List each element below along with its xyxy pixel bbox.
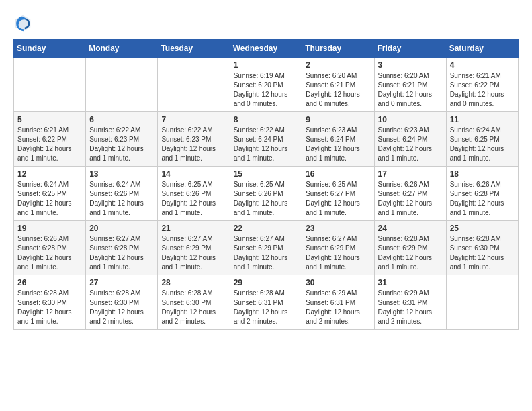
calendar-cell: 7Sunrise: 6:22 AM Sunset: 6:23 PM Daylig… [158,112,230,167]
day-info: Sunrise: 6:28 AM Sunset: 6:31 PM Dayligh… [234,289,299,326]
day-number: 25 [450,224,515,233]
day-info: Sunrise: 6:22 AM Sunset: 6:24 PM Dayligh… [234,126,299,163]
day-info: Sunrise: 6:28 AM Sunset: 6:30 PM Dayligh… [161,289,226,326]
day-number: 26 [17,278,82,287]
weekday-header: Thursday [302,40,374,58]
day-info: Sunrise: 6:26 AM Sunset: 6:28 PM Dayligh… [450,180,515,218]
calendar-cell: 4Sunrise: 6:21 AM Sunset: 6:22 PM Daylig… [446,58,518,112]
calendar-cell: 2Sunrise: 6:20 AM Sunset: 6:21 PM Daylig… [302,58,374,112]
calendar-week-row: 12Sunrise: 6:24 AM Sunset: 6:25 PM Dayli… [14,167,519,221]
day-info: Sunrise: 6:24 AM Sunset: 6:26 PM Dayligh… [89,180,154,218]
calendar-cell: 27Sunrise: 6:28 AM Sunset: 6:30 PM Dayli… [86,275,158,330]
day-number: 29 [234,278,299,287]
calendar-cell [86,58,158,112]
calendar-cell: 12Sunrise: 6:24 AM Sunset: 6:25 PM Dayli… [14,167,86,221]
day-info: Sunrise: 6:29 AM Sunset: 6:31 PM Dayligh… [378,289,443,326]
day-info: Sunrise: 6:24 AM Sunset: 6:25 PM Dayligh… [450,126,515,163]
day-info: Sunrise: 6:23 AM Sunset: 6:24 PM Dayligh… [306,126,370,163]
calendar-cell: 28Sunrise: 6:28 AM Sunset: 6:30 PM Dayli… [158,275,230,330]
weekday-header: Wednesday [230,40,302,58]
day-info: Sunrise: 6:21 AM Sunset: 6:22 PM Dayligh… [17,126,82,163]
logo-icon [13,13,32,32]
day-info: Sunrise: 6:28 AM Sunset: 6:29 PM Dayligh… [378,234,443,272]
day-info: Sunrise: 6:24 AM Sunset: 6:25 PM Dayligh… [17,180,82,218]
logo [13,13,35,32]
day-info: Sunrise: 6:22 AM Sunset: 6:23 PM Dayligh… [89,126,154,163]
day-number: 14 [161,169,226,179]
day-info: Sunrise: 6:22 AM Sunset: 6:23 PM Dayligh… [161,126,226,163]
day-info: Sunrise: 6:20 AM Sunset: 6:21 PM Dayligh… [306,71,370,109]
calendar-week-row: 26Sunrise: 6:28 AM Sunset: 6:30 PM Dayli… [14,275,519,330]
calendar-cell: 24Sunrise: 6:28 AM Sunset: 6:29 PM Dayli… [374,221,446,275]
day-info: Sunrise: 6:27 AM Sunset: 6:29 PM Dayligh… [306,234,370,272]
calendar-week-row: 1Sunrise: 6:19 AM Sunset: 6:20 PM Daylig… [14,58,519,112]
page-header [13,13,519,32]
day-number: 15 [234,169,299,179]
day-info: Sunrise: 6:23 AM Sunset: 6:24 PM Dayligh… [378,126,443,163]
calendar-week-row: 5Sunrise: 6:21 AM Sunset: 6:22 PM Daylig… [14,112,519,167]
day-info: Sunrise: 6:28 AM Sunset: 6:30 PM Dayligh… [17,289,82,326]
day-number: 12 [17,169,82,179]
day-number: 31 [378,278,443,287]
calendar-cell: 15Sunrise: 6:25 AM Sunset: 6:26 PM Dayli… [230,167,302,221]
calendar-cell: 21Sunrise: 6:27 AM Sunset: 6:29 PM Dayli… [158,221,230,275]
weekday-header: Friday [374,40,446,58]
day-info: Sunrise: 6:25 AM Sunset: 6:26 PM Dayligh… [234,180,299,218]
calendar-cell [158,58,230,112]
day-info: Sunrise: 6:21 AM Sunset: 6:22 PM Dayligh… [450,71,515,109]
day-info: Sunrise: 6:27 AM Sunset: 6:28 PM Dayligh… [89,234,154,272]
day-info: Sunrise: 6:26 AM Sunset: 6:28 PM Dayligh… [17,234,82,272]
calendar-cell: 13Sunrise: 6:24 AM Sunset: 6:26 PM Dayli… [86,167,158,221]
day-number: 24 [378,224,443,233]
day-number: 22 [234,224,299,233]
calendar-cell: 14Sunrise: 6:25 AM Sunset: 6:26 PM Dayli… [158,167,230,221]
day-number: 18 [450,169,515,179]
weekday-header: Saturday [446,40,518,58]
day-number: 7 [161,115,226,124]
day-number: 2 [306,60,370,70]
day-number: 3 [378,60,443,70]
weekday-header: Tuesday [158,40,230,58]
calendar-cell: 31Sunrise: 6:29 AM Sunset: 6:31 PM Dayli… [374,275,446,330]
calendar-cell: 30Sunrise: 6:29 AM Sunset: 6:31 PM Dayli… [302,275,374,330]
calendar-cell: 5Sunrise: 6:21 AM Sunset: 6:22 PM Daylig… [14,112,86,167]
calendar-header-row: SundayMondayTuesdayWednesdayThursdayFrid… [14,40,519,58]
calendar-week-row: 19Sunrise: 6:26 AM Sunset: 6:28 PM Dayli… [14,221,519,275]
day-number: 28 [161,278,226,287]
calendar-cell: 17Sunrise: 6:26 AM Sunset: 6:27 PM Dayli… [374,167,446,221]
day-number: 1 [234,60,299,70]
day-info: Sunrise: 6:29 AM Sunset: 6:31 PM Dayligh… [306,289,370,326]
day-number: 8 [234,115,299,124]
calendar-cell: 6Sunrise: 6:22 AM Sunset: 6:23 PM Daylig… [86,112,158,167]
day-number: 30 [306,278,370,287]
calendar-cell: 20Sunrise: 6:27 AM Sunset: 6:28 PM Dayli… [86,221,158,275]
weekday-header: Sunday [14,40,86,58]
calendar-cell [14,58,86,112]
day-number: 6 [89,115,154,124]
day-info: Sunrise: 6:25 AM Sunset: 6:26 PM Dayligh… [161,180,226,218]
day-info: Sunrise: 6:19 AM Sunset: 6:20 PM Dayligh… [234,71,299,109]
day-number: 23 [306,224,370,233]
day-number: 9 [306,115,370,124]
calendar-cell: 22Sunrise: 6:27 AM Sunset: 6:29 PM Dayli… [230,221,302,275]
day-info: Sunrise: 6:26 AM Sunset: 6:27 PM Dayligh… [378,180,443,218]
calendar-cell: 29Sunrise: 6:28 AM Sunset: 6:31 PM Dayli… [230,275,302,330]
calendar-cell: 16Sunrise: 6:25 AM Sunset: 6:27 PM Dayli… [302,167,374,221]
day-number: 17 [378,169,443,179]
day-info: Sunrise: 6:28 AM Sunset: 6:30 PM Dayligh… [89,289,154,326]
day-number: 11 [450,115,515,124]
calendar-cell: 19Sunrise: 6:26 AM Sunset: 6:28 PM Dayli… [14,221,86,275]
day-info: Sunrise: 6:27 AM Sunset: 6:29 PM Dayligh… [161,234,226,272]
calendar-cell: 23Sunrise: 6:27 AM Sunset: 6:29 PM Dayli… [302,221,374,275]
day-number: 4 [450,60,515,70]
day-number: 16 [306,169,370,179]
weekday-header: Monday [86,40,158,58]
day-info: Sunrise: 6:27 AM Sunset: 6:29 PM Dayligh… [234,234,299,272]
day-number: 27 [89,278,154,287]
day-number: 13 [89,169,154,179]
day-number: 19 [17,224,82,233]
day-number: 5 [17,115,82,124]
day-info: Sunrise: 6:28 AM Sunset: 6:30 PM Dayligh… [450,234,515,272]
day-number: 20 [89,224,154,233]
calendar-cell: 11Sunrise: 6:24 AM Sunset: 6:25 PM Dayli… [446,112,518,167]
